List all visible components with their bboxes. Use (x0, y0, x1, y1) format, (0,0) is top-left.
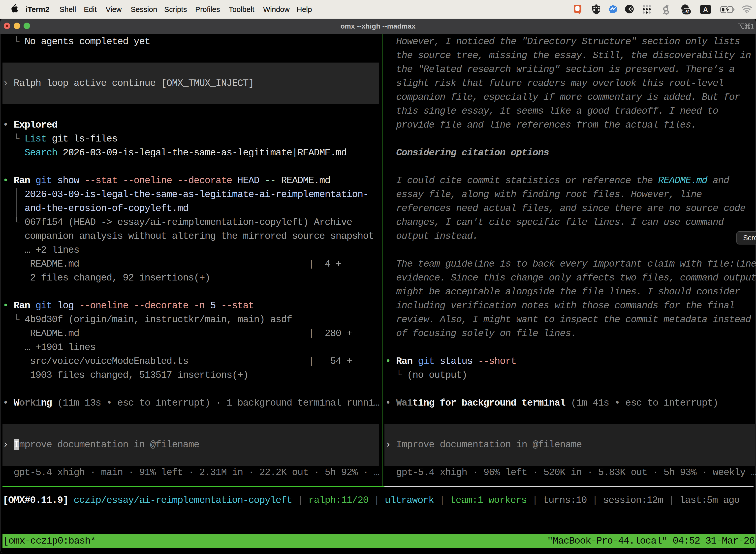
svg-text:A: A (703, 6, 708, 13)
svg-text:1: 1 (751, 22, 754, 30)
svg-text:..61: ..61 (683, 9, 690, 14)
